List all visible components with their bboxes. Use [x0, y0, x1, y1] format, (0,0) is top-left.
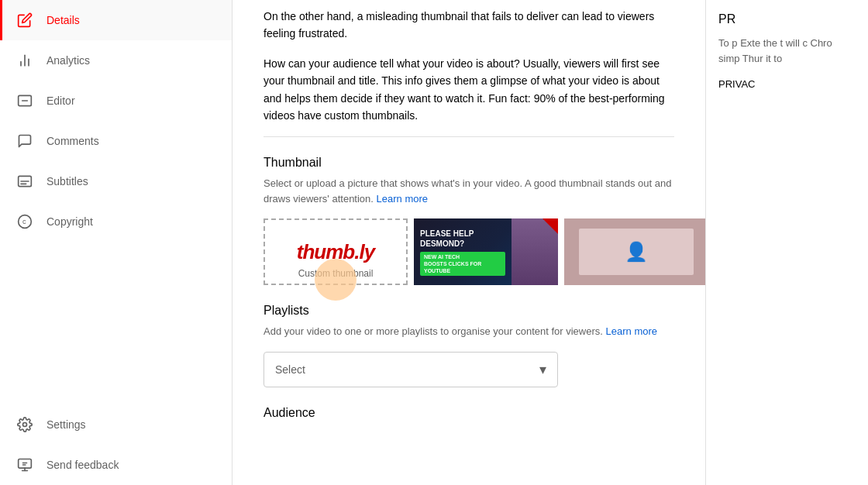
- sidebar-item-analytics-label: Analytics: [46, 54, 90, 67]
- playlist-select-text: Select: [275, 363, 305, 376]
- playlist-select-dropdown[interactable]: Select ▾: [264, 352, 558, 387]
- thumbnail-subtitle-text: Select or upload a picture that shows wh…: [264, 177, 671, 205]
- section-divider-1: [264, 136, 674, 137]
- sidebar-item-comments-label: Comments: [46, 135, 99, 147]
- sidebar-item-send-feedback[interactable]: Send feedback: [0, 445, 232, 485]
- playlists-subtitle: Add your video to one or more playlists …: [264, 324, 674, 339]
- svg-text:c: c: [22, 218, 26, 225]
- svg-rect-11: [19, 459, 32, 469]
- sidebar-item-details-label: Details: [46, 14, 80, 26]
- description-para-2: How can your audience tell what your vid…: [264, 55, 674, 125]
- playlists-learn-more[interactable]: Learn more: [606, 325, 657, 337]
- sidebar-item-editor-label: Editor: [46, 95, 75, 107]
- thumbnails-row: thumb.ly Custom thumbnail PLEASE HELPDES…: [264, 218, 674, 285]
- subtitles-icon: [16, 172, 34, 191]
- sidebar-item-analytics[interactable]: Analytics: [0, 40, 232, 81]
- audience-section-title: Audience: [264, 406, 674, 420]
- thumb2-person-icon: 👤: [625, 241, 648, 263]
- thumbnail-img-1: PLEASE HELPDESMOND? NEW AI TECHBOOSTS CL…: [414, 218, 558, 285]
- thumbnail-circle-overlay: [315, 259, 356, 301]
- settings-icon: [16, 415, 34, 434]
- right-panel: PR To p Exte the t will c Chro simp Thur…: [705, 0, 868, 485]
- copyright-icon: c: [16, 212, 34, 231]
- thumbnail-section-title: Thumbnail: [264, 156, 674, 170]
- thumbnail-item-2[interactable]: 👤: [564, 218, 705, 285]
- comments-icon: [16, 132, 34, 150]
- sidebar-item-copyright-label: Copyright: [46, 215, 93, 228]
- thumbnail-img-2: 👤: [564, 218, 705, 285]
- thumbnail-learn-more[interactable]: Learn more: [377, 193, 428, 205]
- playlists-subtitle-text: Add your video to one or more playlists …: [264, 325, 603, 337]
- playlists-section-title: Playlists: [264, 304, 674, 318]
- sidebar: Details Analytics Editor Comments: [0, 0, 232, 485]
- sidebar-item-details[interactable]: Details: [0, 0, 232, 40]
- content-section: On the other hand, a misleading thumbnai…: [264, 0, 674, 420]
- edit-icon: [16, 11, 34, 29]
- sidebar-item-editor[interactable]: Editor: [0, 81, 232, 121]
- thumb1-title: PLEASE HELPDESMOND?: [420, 229, 474, 249]
- editor-icon: [16, 91, 34, 110]
- sidebar-item-comments[interactable]: Comments: [0, 121, 232, 161]
- sidebar-item-settings-label: Settings: [46, 418, 86, 431]
- right-panel-body: To p Exte the t will c Chro simp Thur it…: [718, 36, 856, 66]
- privacy-label: PRIVAC: [718, 78, 856, 90]
- sidebar-item-subtitles[interactable]: Subtitles: [0, 161, 232, 201]
- sidebar-item-subtitles-label: Subtitles: [46, 175, 88, 187]
- svg-point-10: [23, 423, 27, 427]
- sidebar-item-copyright[interactable]: c Copyright: [0, 201, 232, 242]
- thumbnail-custom-item[interactable]: thumb.ly Custom thumbnail: [264, 218, 408, 285]
- sidebar-item-settings[interactable]: Settings: [0, 404, 232, 445]
- thumbnail-item-1[interactable]: PLEASE HELPDESMOND? NEW AI TECHBOOSTS CL…: [414, 218, 558, 285]
- analytics-icon: [16, 51, 34, 70]
- sidebar-item-send-feedback-label: Send feedback: [46, 459, 119, 471]
- chevron-down-icon: ▾: [539, 361, 546, 378]
- thumb1-badge: NEW AI TECHBOOSTS CLICKS FOR YOUTUBE: [420, 252, 505, 276]
- thumbnail-subtitle: Select or upload a picture that shows wh…: [264, 176, 674, 206]
- main-content: On the other hand, a misleading thumbnai…: [232, 0, 705, 485]
- right-panel-title: PR: [718, 12, 856, 26]
- feedback-icon: [16, 456, 34, 474]
- description-para-1: On the other hand, a misleading thumbnai…: [264, 8, 674, 43]
- thumb1-corner: [542, 218, 558, 234]
